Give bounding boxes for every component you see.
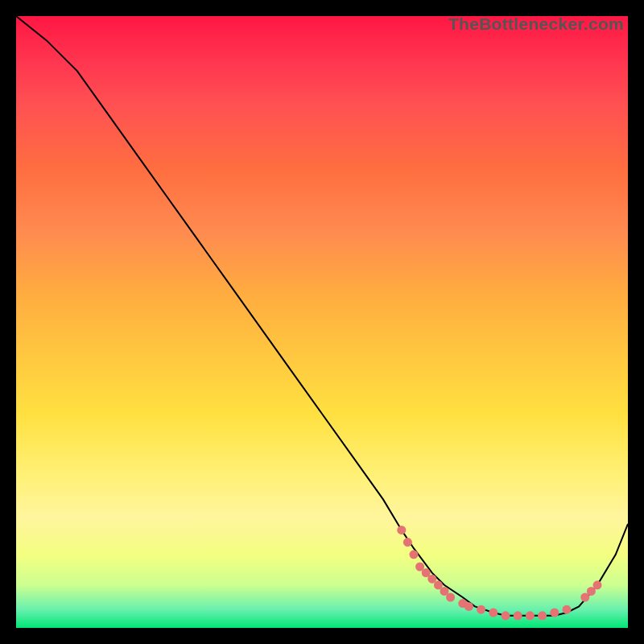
- plot-area: TheBottlenecker.com: [16, 16, 628, 628]
- watermark-text: TheBottlenecker.com: [448, 14, 624, 34]
- chart-container: TheBottlenecker.com: [16, 16, 628, 628]
- gradient-background: [16, 16, 628, 628]
